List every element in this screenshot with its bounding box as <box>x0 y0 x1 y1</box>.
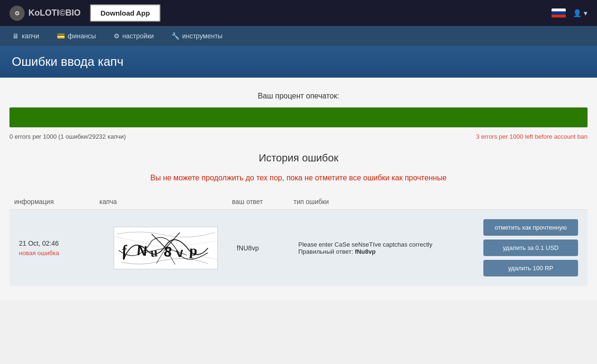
header: ⊙ KoLOTI©BIO Download App 👤 ▾ <box>0 0 597 26</box>
progress-right-label: 3 errors per 1000 left before account ba… <box>476 133 588 140</box>
nav-item-tools[interactable]: 🔧 инструменты <box>164 28 230 44</box>
col-error-type: Please enter CaSe seNseTIve captchas cor… <box>294 236 479 260</box>
main-nav: 🖥 капчи 💳 финансы ⚙ настройки 🔧 инструме… <box>0 26 597 46</box>
tools-nav-icon: 🔧 <box>171 32 179 40</box>
user-menu[interactable]: 👤 ▾ <box>573 9 588 18</box>
tools-nav-label: инструменты <box>182 32 223 40</box>
correct-answer-label: Правильный ответ: <box>298 248 353 255</box>
row-answer: fNU8vp <box>237 244 259 252</box>
error-progress-bar <box>9 107 588 127</box>
row-date: 21 Oct, 02:46 <box>19 240 95 247</box>
nav-item-settings[interactable]: ⚙ настройки <box>106 28 161 44</box>
page-title: Ошибки ввода капч <box>12 54 585 69</box>
history-title: История ошибок <box>9 152 588 164</box>
error-percent-label: Ваш процент опечаток: <box>9 92 588 100</box>
logo-text: KoLOTI©BIO <box>28 8 80 18</box>
progress-labels: 0 errors per 1000 (1 ошибки/29232 капчи)… <box>9 133 588 140</box>
main-content: Ваш процент опечаток: 0 errors per 1000 … <box>0 78 597 300</box>
error-text: Please enter CaSe seNseTIve captchas cor… <box>298 241 474 248</box>
svg-text:p: p <box>189 242 198 258</box>
correct-answer-line: Правильный ответ: fNu8vp <box>298 248 474 255</box>
captcha-nav-icon: 🖥 <box>12 32 19 40</box>
logo-icon: ⊙ <box>9 6 25 21</box>
col-header-info: информация <box>14 198 99 205</box>
captcha-image: f N u 8 v p <box>114 227 218 269</box>
mark-as-read-button[interactable]: отметить как прочтенную <box>483 219 578 236</box>
finance-nav-icon: 💳 <box>57 32 65 40</box>
col-captcha: f N u 8 v p <box>99 222 232 274</box>
table-row: 21 Oct, 02:46 новая ошибка f N u 8 <box>9 210 588 286</box>
captcha-nav-label: капчи <box>22 32 39 40</box>
russian-flag-icon <box>552 9 566 18</box>
user-dropdown-arrow: ▾ <box>584 9 588 18</box>
col-info: 21 Oct, 02:46 новая ошибка <box>14 235 99 261</box>
row-new-error-label: новая ошибка <box>19 249 95 257</box>
progress-bar-fill <box>9 107 588 127</box>
header-left: ⊙ KoLOTI©BIO Download App <box>9 4 160 22</box>
nav-item-finance[interactable]: 💳 финансы <box>49 28 104 44</box>
col-header-answer: ваш ответ <box>232 198 294 205</box>
user-icon: 👤 <box>573 9 582 18</box>
download-app-button[interactable]: Download App <box>90 4 160 22</box>
captcha-svg: f N u 8 v p <box>114 227 217 269</box>
col-actions: отметить как прочтенную удалить за 0.1 U… <box>479 214 583 281</box>
finance-nav-label: финансы <box>68 32 96 40</box>
table-header: информация капча ваш ответ тип ошибки <box>9 194 588 210</box>
progress-left-label: 0 errors per 1000 (1 ошибки/29232 капчи) <box>9 133 126 140</box>
settings-nav-label: настройки <box>123 32 154 40</box>
svg-text:u: u <box>150 244 158 259</box>
svg-text:N: N <box>136 242 148 258</box>
settings-nav-icon: ⚙ <box>114 32 120 40</box>
col-header-captcha: капча <box>99 198 232 205</box>
nav-item-captcha[interactable]: 🖥 капчи <box>5 28 47 44</box>
warning-message: Вы не можете продолжить до тех пор, пока… <box>9 174 588 182</box>
delete-usd-button[interactable]: удалить за 0.1 USD <box>483 240 578 256</box>
col-header-actions <box>479 198 583 205</box>
page-title-bar: Ошибки ввода капч <box>0 46 597 78</box>
col-answer: fNU8vp <box>232 240 294 257</box>
header-right: 👤 ▾ <box>552 9 588 18</box>
correct-answer-value: fNu8vp <box>355 248 375 255</box>
logo: ⊙ KoLOTI©BIO <box>9 6 80 21</box>
col-header-error-type: тип ошибки <box>294 198 479 205</box>
delete-rp-button[interactable]: удалить 100 RP <box>483 260 578 276</box>
